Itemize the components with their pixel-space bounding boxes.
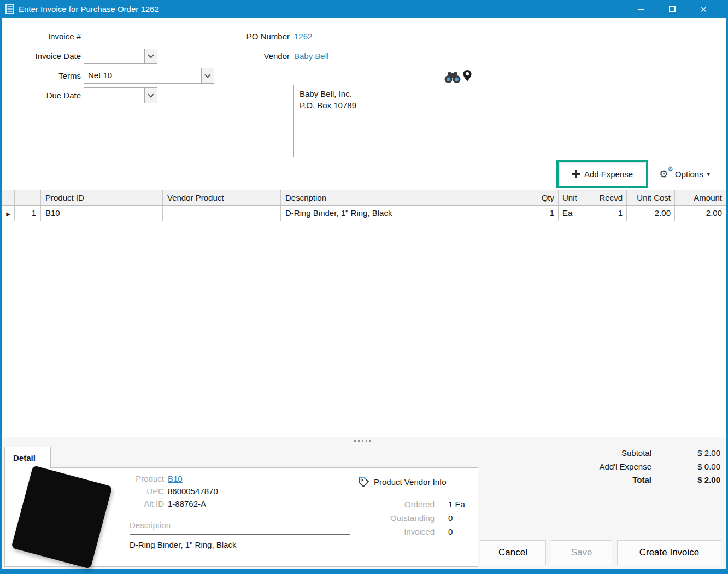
subtotal-value: $ 2.00: [666, 448, 720, 458]
grid-header-unit[interactable]: Unit: [559, 190, 583, 205]
document-icon: [5, 4, 14, 14]
product-link[interactable]: B10: [168, 474, 183, 483]
invoiced-label: Invoiced: [361, 527, 435, 536]
description-value: D-Ring Binder, 1" Ring, Black: [130, 540, 236, 549]
grid-header-description[interactable]: Description: [281, 190, 522, 205]
invoice-number-input[interactable]: [84, 30, 186, 44]
text-caret: [87, 32, 87, 42]
dropdown-arrow-icon: ▼: [706, 172, 711, 177]
tag-icon: [357, 476, 370, 490]
cell-unit[interactable]: Ea: [559, 206, 583, 221]
grid-header-rownum: [15, 190, 41, 205]
ordered-value: 1 Ea: [448, 500, 465, 509]
window-border-bottom: [0, 569, 728, 574]
invoice-dialog-window: Enter Invoice for Purchase Order 1262 × …: [0, 0, 728, 574]
invoiced-value: 0: [448, 527, 453, 536]
gear-icon: ⚙ ⚙: [659, 167, 672, 180]
maximize-button[interactable]: [661, 0, 683, 18]
minimize-button[interactable]: [630, 0, 652, 18]
po-number-label: PO Number: [208, 32, 290, 41]
chevron-down-icon: [148, 52, 154, 58]
vendor-address-box: Baby Bell, Inc. P.O. Box 10789: [293, 85, 478, 157]
alt-id-label: Alt ID: [98, 499, 164, 508]
po-number-link[interactable]: 1262: [294, 32, 312, 41]
title-bar: Enter Invoice for Purchase Order 1262: [0, 0, 728, 18]
total-label: Total: [547, 475, 651, 484]
cell-qty[interactable]: 1: [522, 206, 559, 221]
row-number: 1: [15, 206, 41, 221]
grid-header-row: Product ID Vendor Product Description Qt…: [2, 190, 726, 206]
upc-label: UPC: [98, 487, 164, 496]
terms-label: Terms: [0, 71, 81, 80]
grid-header-product-id[interactable]: Product ID: [41, 190, 163, 205]
outstanding-label: Outstanding: [361, 513, 435, 523]
grid-header-recvd[interactable]: Recvd: [583, 190, 627, 205]
grid-header-vendor-product[interactable]: Vendor Product: [163, 190, 281, 205]
terms-dropdown-button[interactable]: [201, 68, 214, 83]
ordered-label: Ordered: [361, 500, 435, 509]
due-date-label: Due Date: [0, 91, 81, 100]
product-label: Product: [98, 474, 164, 483]
splitter-handle[interactable]: [354, 440, 371, 442]
save-button[interactable]: Save: [551, 540, 612, 565]
cell-amount[interactable]: 2.00: [675, 206, 726, 221]
options-button[interactable]: ⚙ ⚙ Options ▼: [659, 166, 711, 182]
window-border-right: [726, 18, 728, 574]
cancel-button[interactable]: Cancel: [480, 540, 546, 565]
due-date-dropdown-button[interactable]: [144, 88, 157, 103]
total-value: $ 2.00: [666, 475, 720, 484]
upc-value: 86000547870: [168, 487, 218, 496]
vendor-link[interactable]: Baby Bell: [294, 51, 328, 61]
vendor-label: Vendor: [208, 51, 290, 61]
cell-unit-cost[interactable]: 2.00: [627, 206, 675, 221]
product-vendor-info-title: Product Vendor Info: [374, 477, 447, 487]
line-items-grid: Product ID Vendor Product Description Qt…: [2, 190, 726, 221]
close-icon: ×: [700, 4, 707, 15]
due-date-combobox[interactable]: [84, 87, 157, 103]
create-invoice-button[interactable]: Create Invoice: [617, 540, 721, 565]
subtotal-label: Subtotal: [547, 448, 651, 458]
invoice-date-dropdown-button[interactable]: [144, 49, 157, 63]
maximize-icon: [669, 6, 676, 12]
invoice-date-combobox[interactable]: [84, 49, 157, 64]
binoculars-icon[interactable]: [444, 72, 461, 86]
minimize-icon: [638, 9, 644, 10]
add-expense-button[interactable]: Add Expense: [559, 162, 645, 185]
table-row[interactable]: ▶ 1 B10 D-Ring Binder, 1" Ring, Black 1 …: [2, 206, 726, 221]
location-pin-icon[interactable]: [462, 69, 472, 86]
grid-header-qty[interactable]: Qty: [522, 190, 559, 205]
terms-combobox[interactable]: Net 10: [84, 68, 214, 84]
cell-product-id[interactable]: B10: [41, 206, 163, 221]
close-button[interactable]: ×: [692, 0, 714, 18]
outstanding-value: 0: [448, 513, 453, 523]
cell-recvd[interactable]: 1: [583, 206, 627, 221]
description-label: Description: [130, 520, 239, 530]
chevron-down-icon: [204, 72, 210, 78]
cell-description[interactable]: D-Ring Binder, 1" Ring, Black: [281, 206, 522, 221]
grid-header-unit-cost[interactable]: Unit Cost: [627, 190, 675, 205]
grid-header-selector: [2, 190, 15, 205]
row-selector-icon: ▶: [6, 211, 10, 217]
description-divider: [130, 534, 350, 535]
invoice-number-label: Invoice #: [0, 32, 81, 41]
alt-id-value: 1-88762-A: [168, 499, 206, 508]
chevron-down-icon: [148, 91, 154, 97]
invoice-date-label: Invoice Date: [0, 51, 81, 61]
plus-icon: [572, 170, 580, 178]
detail-vertical-divider: [350, 468, 350, 566]
addl-expense-value: $ 0.00: [666, 462, 720, 471]
tab-detail[interactable]: Detail: [4, 447, 51, 468]
grid-header-amount[interactable]: Amount: [675, 190, 726, 205]
window-title: Enter Invoice for Purchase Order 1262: [19, 4, 159, 14]
addl-expense-label: Add'l Expense: [547, 462, 651, 471]
cell-vendor-product[interactable]: [163, 206, 281, 221]
